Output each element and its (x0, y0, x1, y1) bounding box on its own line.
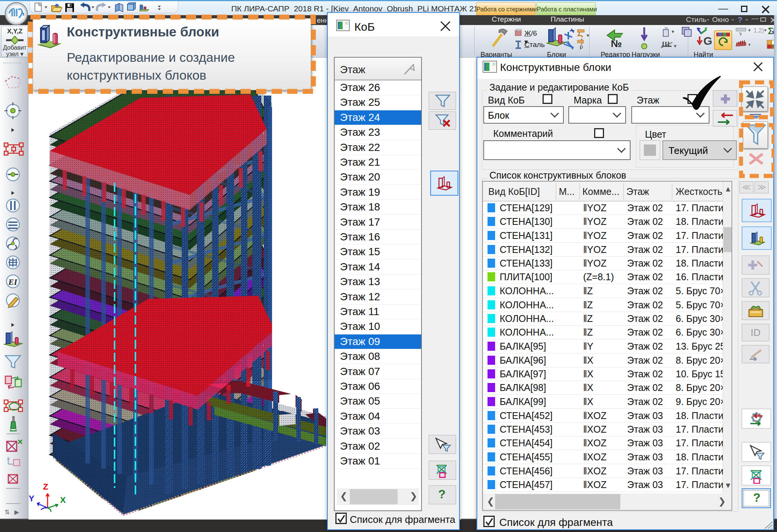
svg-text:Z: Z (43, 482, 48, 491)
svg-text:p: p (580, 43, 583, 50)
svg-text:▾: ▾ (748, 27, 751, 33)
svg-text:G: G (703, 35, 712, 47)
svg-text:Y: Y (28, 494, 34, 503)
svg-text:№: № (611, 38, 622, 49)
svg-text:EI: EI (8, 277, 18, 287)
svg-text:X: X (60, 495, 66, 505)
svg-text:1.2): 1.2) (753, 27, 764, 34)
svg-text:▶: ▶ (14, 509, 19, 515)
svg-text:▾: ▾ (748, 42, 751, 47)
svg-text:▾: ▾ (764, 27, 767, 33)
svg-text:▾: ▾ (674, 43, 676, 49)
svg-text:▾: ▾ (587, 32, 589, 38)
svg-text:⇅: ⇅ (5, 509, 9, 515)
svg-text:▾: ▾ (672, 28, 674, 35)
